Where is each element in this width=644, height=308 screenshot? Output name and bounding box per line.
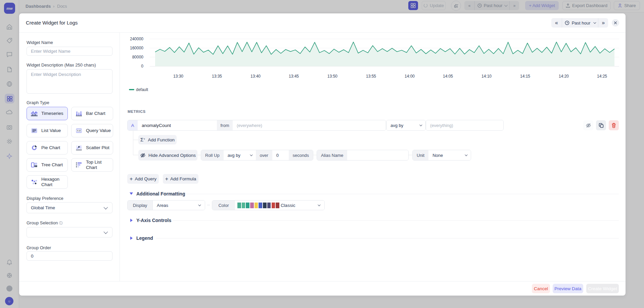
svg-text:5.12: 5.12: [77, 130, 81, 132]
